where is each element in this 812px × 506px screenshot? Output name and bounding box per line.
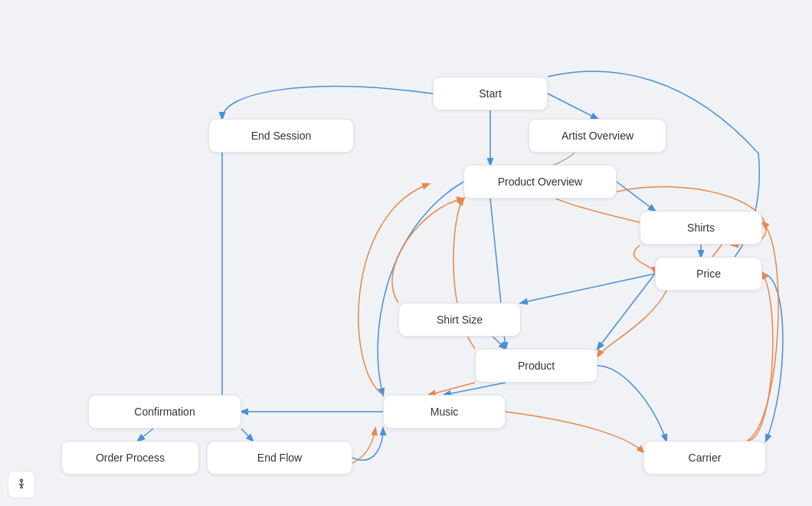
svg-line-5: [21, 486, 23, 489]
node-start[interactable]: Start: [433, 77, 548, 110]
node-end-flow[interactable]: End Flow: [207, 441, 352, 475]
node-shirt-size[interactable]: Shirt Size: [398, 303, 521, 337]
node-end-session[interactable]: End Session: [208, 119, 354, 153]
flow-canvas: Start End Session Artist Overview Produc…: [0, 0, 812, 506]
connections-svg: [0, 0, 812, 506]
node-price[interactable]: Price: [655, 257, 762, 291]
node-product[interactable]: Product: [475, 349, 598, 383]
svg-point-0: [21, 479, 23, 481]
node-artist-overview[interactable]: Artist Overview: [529, 119, 666, 153]
node-order-process[interactable]: Order Process: [61, 441, 199, 475]
node-product-overview[interactable]: Product Overview: [463, 165, 617, 199]
node-carrier[interactable]: Carrier: [643, 441, 766, 475]
node-music[interactable]: Music: [383, 395, 506, 429]
node-shirts[interactable]: Shirts: [640, 211, 762, 245]
node-confirmation[interactable]: Confirmation: [88, 395, 241, 429]
tool-icon[interactable]: [8, 471, 35, 498]
